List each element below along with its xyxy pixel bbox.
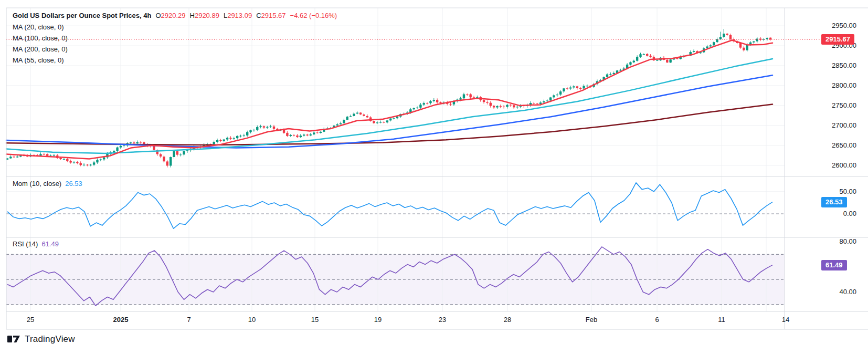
tradingview-watermark: TradingView xyxy=(7,334,75,345)
legend-ma-200[interactable]: MA (200, close, 0) xyxy=(13,45,68,53)
tradingview-logo-icon xyxy=(7,334,20,345)
ma-100-line[interactable] xyxy=(6,75,772,148)
time-label-2025: 2025 xyxy=(113,316,129,324)
price-tick-2700: 2700.00 xyxy=(832,121,856,129)
open-label: O xyxy=(155,12,161,19)
time-label-15: 15 xyxy=(311,316,319,324)
price-tick-2800: 2800.00 xyxy=(832,81,856,89)
price-tick-2600: 2600.00 xyxy=(832,161,856,169)
close-label: C xyxy=(256,12,261,19)
rsi-value: 61.49 xyxy=(41,240,59,248)
rsi-value-badge: 61.49 xyxy=(821,260,847,270)
legend-ma-100[interactable]: MA (100, close, 0) xyxy=(13,34,68,42)
watermark-text: TradingView xyxy=(25,334,75,345)
time-label-10: 10 xyxy=(248,316,256,324)
high-label: H xyxy=(190,12,195,19)
high-value: 2920.89 xyxy=(195,12,219,19)
change-value: −4.62 (−0.16%) xyxy=(290,12,337,19)
time-label-23: 23 xyxy=(439,316,446,324)
momentum-value: 26.53 xyxy=(65,180,82,188)
symbol-title: Gold US Dollars per Ounce Spot Prices, 4… xyxy=(13,12,151,19)
trading-chart: Gold US Dollars per Ounce Spot Prices, 4… xyxy=(0,0,868,354)
rsi-label: RSI (14) xyxy=(13,240,38,248)
momentum-tick-50: 50.00 xyxy=(839,188,856,195)
rsi-tick-40: 40.00 xyxy=(839,288,856,296)
time-label-6: 6 xyxy=(655,316,659,324)
legend-ma-20[interactable]: MA (20, close, 0) xyxy=(13,23,64,31)
legend-rsi[interactable]: RSI (14)61.49 xyxy=(13,240,59,248)
momentum-tick-0: 0.00 xyxy=(843,210,856,217)
close-value: 2915.67 xyxy=(261,12,286,19)
last-price-badge: 2915.67 xyxy=(821,34,854,45)
momentum-line[interactable] xyxy=(7,183,772,228)
momentum-label: Mom (10, close) xyxy=(13,180,61,188)
time-label-19: 19 xyxy=(374,316,382,324)
rsi-tick-80: 80.00 xyxy=(839,237,856,245)
ma-100-label: MA (100, close, 0) xyxy=(13,34,68,42)
ma-20-label: MA (20, close, 0) xyxy=(13,23,64,31)
chart-canvas[interactable] xyxy=(0,0,868,354)
price-tick-2850: 2850.00 xyxy=(832,61,856,69)
time-label-25: 25 xyxy=(27,316,34,324)
price-tick-2950: 2950.00 xyxy=(832,22,856,29)
symbol-legend[interactable]: Gold US Dollars per Ounce Spot Prices, 4… xyxy=(13,12,337,19)
time-label-14: 14 xyxy=(782,316,789,324)
price-tick-2750: 2750.00 xyxy=(832,101,856,109)
ma-20-line[interactable] xyxy=(6,40,772,159)
time-label-7: 7 xyxy=(187,316,190,324)
time-label-28: 28 xyxy=(504,316,511,324)
momentum-value-badge: 26.53 xyxy=(821,197,847,207)
low-value: 2913.09 xyxy=(227,12,252,19)
ma-55-label: MA (55, close, 0) xyxy=(13,56,64,64)
time-label-11: 11 xyxy=(718,316,725,324)
legend-momentum[interactable]: Mom (10, close)26.53 xyxy=(13,180,82,188)
price-tick-2650: 2650.00 xyxy=(832,141,856,149)
legend-ma-55[interactable]: MA (55, close, 0) xyxy=(13,56,64,64)
ma-200-label: MA (200, close, 0) xyxy=(13,45,68,53)
time-label-Feb: Feb xyxy=(586,316,597,324)
open-value: 2920.29 xyxy=(161,12,186,19)
